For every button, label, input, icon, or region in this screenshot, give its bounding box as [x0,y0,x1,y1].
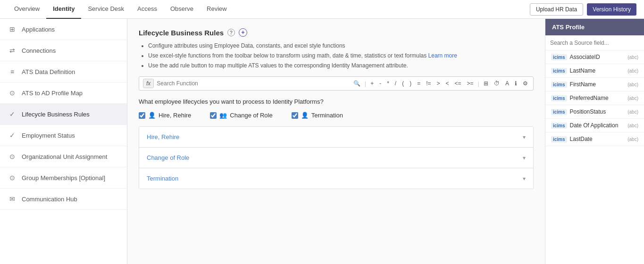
change-of-role-label: Change of Role [230,112,272,119]
ats-panel-title: ATS Profile [552,24,585,31]
settings-toolbar-icon-button[interactable]: ⚙ [521,79,529,88]
change-of-role-checkbox-label[interactable]: 👥 Change of Role [210,112,272,119]
icims-badge-2: icims [551,68,567,74]
nav-observe[interactable]: Observe [164,0,200,19]
sidebar-item-ats-ad-profile-map[interactable]: ⊙ ATS to AD Profile Map [0,82,127,104]
ats-fields-list: icims AssociateID (abc) icims LastName (… [545,50,644,264]
nav-review[interactable]: Review [200,0,234,19]
ats-field-firstname[interactable]: icims FirstName (abc) [545,78,644,91]
ats-field-name-firstname: FirstName [570,81,625,88]
ats-field-name-lastdate: LastDate [570,136,625,142]
sidebar-item-org-unit[interactable]: ⊙ Organizational Unit Assignment [0,146,127,167]
lte-button[interactable]: <= [453,79,463,88]
hire-rehire-checkbox-label[interactable]: 👤 Hire, Rehire [139,112,191,119]
applications-icon: ⊞ [8,25,17,33]
sidebar-item-group-label: Group Memberships [Optional] [22,174,105,182]
sidebar-item-applications[interactable]: ⊞ Applications [0,19,127,40]
sidebar-item-connections[interactable]: ⇄ Connections [0,40,127,61]
icims-badge-6: icims [551,123,567,129]
ats-type-positionstatus: (abc) [627,109,638,115]
equals-button[interactable]: = [416,79,422,88]
sidebar-item-lifecycle-rules[interactable]: ✓ Lifecycle Business Rules [0,104,127,125]
communication-hub-icon: ✉ [8,195,17,203]
ats-type-preferredname: (abc) [627,96,638,101]
connections-icon: ⇄ [8,47,17,54]
nav-overview[interactable]: Overview [8,0,46,19]
ats-data-def-icon: ≡ [8,68,17,75]
accordion-change-of-role: Change of Role ▾ [139,148,533,168]
desc-line-3: Use the add rule button to map multiple … [148,61,534,70]
sidebar-item-group-memberships[interactable]: ⊙ Group Memberships [Optional] [0,167,127,189]
sidebar-item-ats-data-definition[interactable]: ≡ ATS Data Definition [0,61,127,82]
nav-actions: Upload HR Data Version History [530,3,636,16]
ats-profile-panel: ATS Profile icims AssociateID (abc) icim… [545,19,644,264]
clock-icon-button[interactable]: ⏱ [493,79,501,88]
chevron-down-icon-3: ▾ [523,175,526,182]
main-content: Lifecycle Business Rules ? + Configure a… [127,19,545,264]
nav-identity[interactable]: Identity [46,0,81,19]
info-toolbar-icon-button[interactable]: ℹ [513,79,519,88]
hire-rehire-checkbox[interactable] [139,112,145,119]
ats-panel-header: ATS Profile [545,19,644,35]
version-history-button[interactable]: Version History [587,3,636,16]
section-header: Lifecycle Business Rules ? + [139,28,534,37]
accordion-termination-label: Termination [147,175,178,182]
sidebar-item-lifecycle-label: Lifecycle Business Rules [22,111,90,118]
text-icon-button[interactable]: A [504,79,510,88]
icims-badge: icims [551,54,567,60]
icims-badge-5: icims [551,109,567,115]
grid-icon-button[interactable]: ⊞ [482,79,490,88]
ats-field-lastname[interactable]: icims LastName (abc) [545,64,644,78]
desc-line-2: Use excel-style functions from the toolb… [148,51,534,60]
ats-field-preferredname[interactable]: icims PreferredName (abc) [545,91,644,105]
termination-person-icon: 👤 [301,112,309,119]
nav-access[interactable]: Access [131,0,164,19]
lifecycle-checkboxes: 👤 Hire, Rehire 👥 Change of Role 👤 Termin… [139,112,534,119]
learn-more-link[interactable]: Learn more [428,52,457,59]
search-function-input[interactable] [157,80,349,87]
ats-search-input[interactable] [550,40,639,46]
ats-search-bar [545,35,644,50]
ats-type-lastname: (abc) [627,68,638,74]
multiply-operator-button[interactable]: * [385,79,391,88]
change-of-role-checkbox[interactable] [210,112,217,119]
accordion-termination-header[interactable]: Termination ▾ [139,168,533,189]
accordion-hire-rehire-label: Hire, Rehire [147,133,179,140]
plus-operator-button[interactable]: + [369,79,375,88]
chevron-down-icon-2: ▾ [523,155,526,161]
sidebar-item-connections-label: Connections [22,47,56,54]
termination-checkbox[interactable] [292,112,298,119]
lifecycle-icon: ✓ [8,110,17,118]
sidebar-item-org-unit-label: Organizational Unit Assignment [22,153,107,160]
gte-button[interactable]: >= [466,79,475,88]
accordion-change-of-role-header[interactable]: Change of Role ▾ [139,148,533,168]
ats-type-date-of-app: (abc) [627,123,638,128]
ats-type-associateid: (abc) [627,55,638,60]
ats-field-positionstatus[interactable]: icims PositionStatus (abc) [545,105,644,119]
sidebar-item-employment-status[interactable]: ✓ Employment Status [0,125,127,146]
ats-field-date-of-application[interactable]: icims Date Of Application (abc) [545,119,644,132]
lparen-button[interactable]: ( [401,79,405,88]
notequals-button[interactable]: != [425,79,432,88]
upload-hr-data-button[interactable]: Upload HR Data [530,3,583,16]
accordion-hire-rehire: Hire, Rehire ▾ [139,127,533,148]
icims-badge-7: icims [551,136,567,142]
divide-operator-button[interactable]: / [393,79,398,88]
icims-badge-4: icims [551,95,567,101]
sidebar-item-communication-hub[interactable]: ✉ Communication Hub [0,189,127,210]
rparen-button[interactable]: ) [408,79,413,88]
search-icon-button[interactable]: 🔍 [352,79,362,88]
ats-field-associateid[interactable]: icims AssociateID (abc) [545,50,644,64]
accordion-termination: Termination ▾ [139,168,533,189]
nav-service-desk[interactable]: Service Desk [81,0,131,19]
add-rule-icon[interactable]: + [239,28,247,37]
gt-button[interactable]: > [435,79,442,88]
ats-field-lastdate[interactable]: icims LastDate (abc) [545,132,644,146]
accordion-hire-rehire-header[interactable]: Hire, Rehire ▾ [139,127,533,147]
ats-ad-map-icon: ⊙ [8,89,17,97]
ats-field-name-date-of-app: Date Of Application [570,122,625,129]
minus-operator-button[interactable]: - [378,79,383,88]
lt-button[interactable]: < [444,79,451,88]
info-icon[interactable]: ? [227,29,235,36]
termination-checkbox-label[interactable]: 👤 Termination [292,112,343,119]
